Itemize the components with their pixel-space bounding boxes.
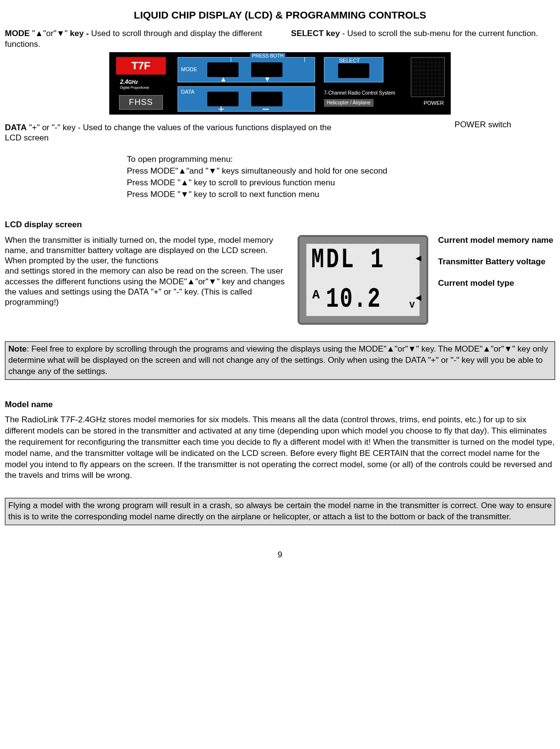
press-both-label: PRESS BOTH xyxy=(231,57,305,62)
data-description: DATA "+" or "-" key - Used to change the… xyxy=(5,122,335,143)
model-description: The RadioLink T7F-2.4GHz stores model me… xyxy=(5,414,555,482)
lcd-description: When the transmitter is initially turned… xyxy=(5,235,288,308)
mode-label: MODE xyxy=(5,29,30,38)
note-box: Note: Feel free to explore by scrolling … xyxy=(5,341,555,380)
channel-label: 7-Channel Radio Control System xyxy=(324,90,395,97)
down-arrow-icon: ▼ xyxy=(264,75,271,84)
lcd-volt-unit: V xyxy=(409,300,415,311)
plus-icon: + xyxy=(218,102,224,116)
callout-model-type: Current model type xyxy=(438,278,555,289)
ghz-label: 2.4GHz Digital Proportional xyxy=(120,79,149,89)
select-button-group[interactable]: SELECT xyxy=(324,57,383,82)
select-description: SELECT key - Used to scroll the sub-menu… xyxy=(291,28,555,49)
lcd-model-name: MDL 1 xyxy=(311,242,385,277)
mode-text: MODE xyxy=(181,66,197,73)
power-switch-label: POWER switch xyxy=(455,119,555,130)
arrow-icon: ◄ xyxy=(416,292,421,304)
select-label: SELECT key xyxy=(291,29,340,38)
callout-voltage: Transmitter Battery voltage xyxy=(438,256,555,267)
up-arrow-icon: ▲ xyxy=(220,75,227,84)
heli-airplane-label: Helicopter / Airplane xyxy=(324,99,374,107)
transmitter-panel: T7F 2.4GHz Digital Proportional FHSS MOD… xyxy=(109,52,451,115)
page-number: 9 xyxy=(5,550,555,560)
model-badge: T7F xyxy=(116,57,166,75)
top-notes: MODE "▲"or"▼" key - Used to scroll throu… xyxy=(5,28,555,49)
lcd-model-type: A xyxy=(312,287,320,303)
model-heading: Model name xyxy=(5,399,555,410)
power-switch[interactable] xyxy=(411,57,445,97)
data-button-group[interactable]: DATA + − xyxy=(178,86,315,112)
power-text: POWER xyxy=(423,100,444,107)
mode-button-group[interactable]: MODE PRESS BOTH ▲ ▼ xyxy=(178,57,315,82)
programming-instructions: To open programming menu: Press MODE"▲"a… xyxy=(127,154,555,200)
arrow-icon: ◄ xyxy=(416,253,421,265)
fhss-badge: FHSS xyxy=(119,95,163,110)
callout-model-name: Current model memory name xyxy=(438,235,555,246)
minus-icon: − xyxy=(262,101,269,118)
data-text: DATA xyxy=(181,89,195,96)
select-button[interactable] xyxy=(338,63,369,78)
warning-box: Flying a model with the wrong program wi… xyxy=(5,498,555,525)
lcd-screen: MDL 1 A 10.2 V ◄ ◄ xyxy=(298,235,428,325)
lcd-callouts: Current model memory name Transmitter Ba… xyxy=(438,235,555,299)
lcd-heading: LCD display screen xyxy=(5,219,555,230)
page-title: LIQUID CHIP DISPLAY (LCD) & PROGRAMMING … xyxy=(5,9,555,21)
mode-description: MODE "▲"or"▼" key - Used to scroll throu… xyxy=(5,28,269,49)
lcd-voltage: 10.2 xyxy=(326,282,381,317)
